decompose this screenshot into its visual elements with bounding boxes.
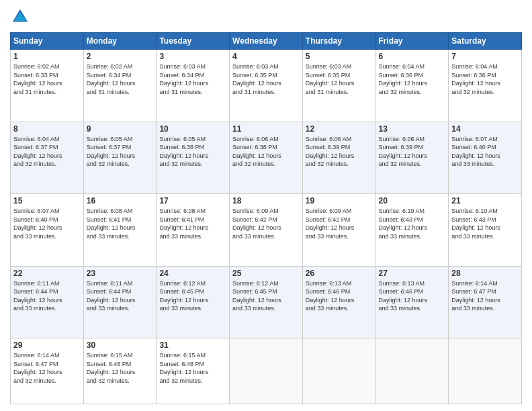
day-info: Sunrise: 6:09 AM Sunset: 6:42 PM Dayligh… [232, 207, 300, 240]
day-number: 18 [232, 196, 300, 205]
calendar-header-wednesday: Wednesday [230, 33, 303, 50]
day-info: Sunrise: 6:15 AM Sunset: 6:48 PM Dayligh… [159, 351, 226, 385]
calendar-header-row: SundayMondayTuesdayWednesdayThursdayFrid… [11, 33, 522, 50]
day-number: 22 [13, 269, 81, 278]
calendar-table: SundayMondayTuesdayWednesdayThursdayFrid… [10, 32, 522, 404]
calendar-header-tuesday: Tuesday [157, 33, 230, 50]
day-info: Sunrise: 6:06 AM Sunset: 6:39 PM Dayligh… [306, 135, 373, 169]
calendar-cell: 31Sunrise: 6:15 AM Sunset: 6:48 PM Dayli… [157, 338, 230, 404]
day-number: 6 [379, 52, 446, 61]
day-info: Sunrise: 6:14 AM Sunset: 6:47 PM Dayligh… [13, 351, 81, 385]
day-number: 27 [379, 269, 446, 278]
calendar-cell: 9Sunrise: 6:05 AM Sunset: 6:37 PM Daylig… [83, 122, 157, 194]
calendar-cell: 29Sunrise: 6:14 AM Sunset: 6:47 PM Dayli… [11, 338, 84, 404]
calendar-cell: 19Sunrise: 6:09 AM Sunset: 6:42 PM Dayli… [302, 194, 375, 267]
day-info: Sunrise: 6:04 AM Sunset: 6:36 PM Dayligh… [451, 62, 519, 96]
day-info: Sunrise: 6:03 AM Sunset: 6:35 PM Dayligh… [232, 62, 300, 96]
day-info: Sunrise: 6:13 AM Sunset: 6:46 PM Dayligh… [379, 279, 446, 313]
day-number: 23 [87, 269, 154, 278]
calendar-cell: 27Sunrise: 6:13 AM Sunset: 6:46 PM Dayli… [375, 266, 449, 338]
calendar-header-friday: Friday [375, 33, 449, 50]
day-info: Sunrise: 6:03 AM Sunset: 6:34 PM Dayligh… [159, 62, 226, 96]
calendar-cell: 5Sunrise: 6:03 AM Sunset: 6:35 PM Daylig… [302, 50, 375, 122]
calendar-week-row: 1Sunrise: 6:02 AM Sunset: 6:33 PM Daylig… [11, 50, 522, 122]
day-info: Sunrise: 6:04 AM Sunset: 6:37 PM Dayligh… [13, 135, 81, 169]
calendar-cell: 22Sunrise: 6:11 AM Sunset: 6:44 PM Dayli… [11, 266, 84, 338]
day-number: 20 [379, 196, 446, 205]
day-number: 15 [13, 196, 81, 205]
day-number: 8 [13, 124, 81, 134]
calendar-cell: 10Sunrise: 6:05 AM Sunset: 6:38 PM Dayli… [157, 122, 230, 194]
page: SundayMondayTuesdayWednesdayThursdayFrid… [0, 0, 532, 411]
day-number: 21 [451, 196, 519, 205]
calendar-week-row: 22Sunrise: 6:11 AM Sunset: 6:44 PM Dayli… [11, 266, 522, 338]
day-info: Sunrise: 6:07 AM Sunset: 6:40 PM Dayligh… [13, 207, 81, 240]
day-number: 30 [87, 340, 154, 350]
day-info: Sunrise: 6:11 AM Sunset: 6:44 PM Dayligh… [13, 279, 81, 313]
calendar-cell: 13Sunrise: 6:06 AM Sunset: 6:39 PM Dayli… [375, 122, 449, 194]
day-number: 9 [87, 124, 154, 134]
day-number: 28 [451, 269, 519, 278]
day-info: Sunrise: 6:05 AM Sunset: 6:37 PM Dayligh… [87, 135, 154, 169]
day-number: 12 [306, 124, 373, 134]
calendar-cell: 6Sunrise: 6:04 AM Sunset: 6:36 PM Daylig… [375, 50, 449, 122]
day-info: Sunrise: 6:12 AM Sunset: 6:45 PM Dayligh… [159, 279, 226, 313]
calendar-cell: 14Sunrise: 6:07 AM Sunset: 6:40 PM Dayli… [449, 122, 522, 194]
calendar-week-row: 8Sunrise: 6:04 AM Sunset: 6:37 PM Daylig… [11, 122, 522, 194]
day-info: Sunrise: 6:09 AM Sunset: 6:42 PM Dayligh… [306, 207, 373, 240]
calendar-cell: 16Sunrise: 6:08 AM Sunset: 6:41 PM Dayli… [83, 194, 157, 267]
day-info: Sunrise: 6:15 AM Sunset: 6:48 PM Dayligh… [87, 351, 154, 385]
calendar-week-row: 15Sunrise: 6:07 AM Sunset: 6:40 PM Dayli… [11, 194, 522, 267]
day-info: Sunrise: 6:02 AM Sunset: 6:33 PM Dayligh… [13, 62, 81, 96]
day-info: Sunrise: 6:13 AM Sunset: 6:46 PM Dayligh… [306, 279, 373, 313]
day-number: 7 [451, 52, 519, 61]
header [10, 7, 522, 27]
calendar-header-sunday: Sunday [11, 33, 84, 50]
day-number: 14 [451, 124, 519, 134]
calendar-cell: 4Sunrise: 6:03 AM Sunset: 6:35 PM Daylig… [230, 50, 303, 122]
calendar-cell: 7Sunrise: 6:04 AM Sunset: 6:36 PM Daylig… [449, 50, 522, 122]
calendar-cell: 30Sunrise: 6:15 AM Sunset: 6:48 PM Dayli… [83, 338, 157, 404]
day-info: Sunrise: 6:07 AM Sunset: 6:40 PM Dayligh… [451, 135, 519, 169]
calendar-cell: 20Sunrise: 6:10 AM Sunset: 6:43 PM Dayli… [375, 194, 449, 267]
logo [10, 7, 33, 27]
day-info: Sunrise: 6:10 AM Sunset: 6:43 PM Dayligh… [451, 207, 519, 240]
calendar-cell: 18Sunrise: 6:09 AM Sunset: 6:42 PM Dayli… [230, 194, 303, 267]
day-info: Sunrise: 6:05 AM Sunset: 6:38 PM Dayligh… [159, 135, 226, 169]
calendar-cell [449, 338, 522, 404]
day-number: 13 [379, 124, 446, 134]
calendar-cell: 28Sunrise: 6:14 AM Sunset: 6:47 PM Dayli… [449, 266, 522, 338]
day-info: Sunrise: 6:04 AM Sunset: 6:36 PM Dayligh… [379, 62, 446, 96]
calendar-header-monday: Monday [83, 33, 157, 50]
calendar-cell: 25Sunrise: 6:12 AM Sunset: 6:45 PM Dayli… [230, 266, 303, 338]
calendar-cell: 15Sunrise: 6:07 AM Sunset: 6:40 PM Dayli… [11, 194, 84, 267]
calendar-cell: 17Sunrise: 6:08 AM Sunset: 6:41 PM Dayli… [157, 194, 230, 267]
day-number: 17 [159, 196, 226, 205]
calendar-week-row: 29Sunrise: 6:14 AM Sunset: 6:47 PM Dayli… [11, 338, 522, 404]
calendar-cell: 1Sunrise: 6:02 AM Sunset: 6:33 PM Daylig… [11, 50, 84, 122]
day-number: 26 [306, 269, 373, 278]
day-number: 4 [232, 52, 300, 61]
day-info: Sunrise: 6:03 AM Sunset: 6:35 PM Dayligh… [306, 62, 373, 96]
day-number: 25 [232, 269, 300, 278]
day-number: 2 [87, 52, 154, 61]
calendar-cell: 23Sunrise: 6:11 AM Sunset: 6:44 PM Dayli… [83, 266, 157, 338]
day-info: Sunrise: 6:06 AM Sunset: 6:39 PM Dayligh… [379, 135, 446, 169]
day-number: 24 [159, 269, 226, 278]
day-number: 10 [159, 124, 226, 134]
calendar-cell: 12Sunrise: 6:06 AM Sunset: 6:39 PM Dayli… [302, 122, 375, 194]
day-number: 19 [306, 196, 373, 205]
calendar-cell: 2Sunrise: 6:02 AM Sunset: 6:34 PM Daylig… [83, 50, 157, 122]
calendar-header-saturday: Saturday [449, 33, 522, 50]
calendar-cell: 8Sunrise: 6:04 AM Sunset: 6:37 PM Daylig… [11, 122, 84, 194]
day-number: 1 [13, 52, 81, 61]
day-info: Sunrise: 6:08 AM Sunset: 6:41 PM Dayligh… [159, 207, 226, 240]
calendar-cell: 24Sunrise: 6:12 AM Sunset: 6:45 PM Dayli… [157, 266, 230, 338]
generalblue-logo-icon [10, 7, 30, 27]
day-number: 3 [159, 52, 226, 61]
day-info: Sunrise: 6:12 AM Sunset: 6:45 PM Dayligh… [232, 279, 300, 313]
day-number: 16 [87, 196, 154, 205]
day-info: Sunrise: 6:11 AM Sunset: 6:44 PM Dayligh… [87, 279, 154, 313]
day-number: 29 [13, 340, 81, 350]
day-number: 11 [232, 124, 300, 134]
